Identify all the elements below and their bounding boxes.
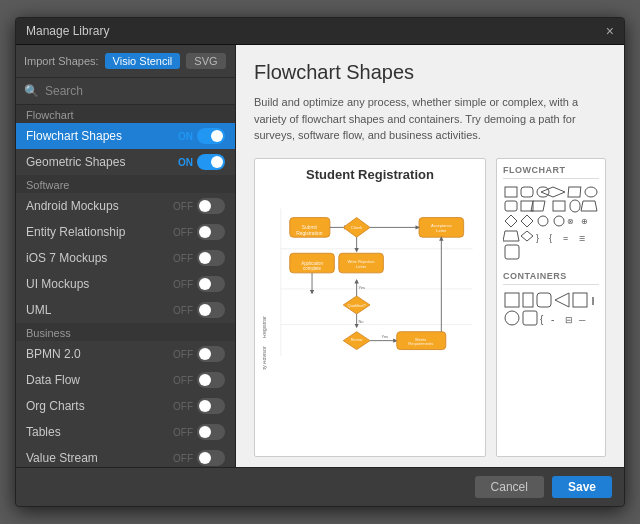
container-shapes-grid: ‖ { - ⊟ ─ xyxy=(503,291,599,331)
cancel-button[interactable]: Cancel xyxy=(475,476,544,498)
import-visio-button[interactable]: Visio Stencil xyxy=(105,53,181,69)
svg-text:Requirements: Requirements xyxy=(408,341,433,346)
svg-text:‖: ‖ xyxy=(591,296,595,305)
dialog-title: Manage Library xyxy=(26,24,109,38)
section-flowchart-header: Flowchart xyxy=(16,105,235,123)
svg-rect-71 xyxy=(505,311,519,325)
svg-rect-49 xyxy=(553,201,565,211)
svg-marker-43 xyxy=(541,187,565,197)
dialog-footer: Cancel Save xyxy=(16,467,624,506)
toggle-org-charts[interactable] xyxy=(197,398,225,414)
flowchart-shapes-grid: ⊗ ⊕ } { = ☰ xyxy=(503,185,599,265)
svg-text:No: No xyxy=(358,318,364,323)
svg-text:{: { xyxy=(549,233,552,243)
list-item-value-stream[interactable]: Value Stream OFF xyxy=(16,445,235,467)
toggle-uml[interactable] xyxy=(197,302,225,318)
right-panel-description: Build and optimize any process, whether … xyxy=(254,94,606,144)
svg-text:Yes: Yes xyxy=(358,284,365,289)
svg-rect-69 xyxy=(573,293,587,307)
title-bar: Manage Library × xyxy=(16,18,624,45)
svg-rect-67 xyxy=(537,293,551,307)
chart-preview: Student Registration Student Administrat… xyxy=(254,158,486,458)
toggle-data-flow[interactable] xyxy=(197,372,225,388)
shapes-section-containers-title: CONTAINERS xyxy=(503,271,599,285)
svg-text:complete: complete xyxy=(303,266,322,271)
dialog-body: Import Shapes: Visio Stencil SVG 🔍 Flowc… xyxy=(16,45,624,467)
svg-text:Yes: Yes xyxy=(382,333,389,338)
svg-text:Submit: Submit xyxy=(302,225,318,230)
search-bar: 🔍 xyxy=(16,78,235,105)
svg-text:Letter: Letter xyxy=(436,227,447,232)
toggle-tables[interactable] xyxy=(197,424,225,440)
section-business-header: Business xyxy=(16,323,235,341)
svg-text:─: ─ xyxy=(578,315,586,325)
item-label-uml: UML xyxy=(26,303,51,317)
svg-text:{: { xyxy=(540,314,544,325)
svg-rect-50 xyxy=(570,200,580,212)
list-item-geometric-shapes[interactable]: Geometric Shapes ON xyxy=(16,149,235,175)
toggle-android-mockups[interactable] xyxy=(197,198,225,214)
svg-rect-65 xyxy=(505,293,519,307)
svg-marker-53 xyxy=(521,215,533,227)
save-button[interactable]: Save xyxy=(552,476,612,498)
item-label-data-flow: Data Flow xyxy=(26,373,80,387)
svg-point-55 xyxy=(554,216,564,226)
toggle-ios7-mockups[interactable] xyxy=(197,250,225,266)
svg-marker-58 xyxy=(503,231,519,241)
item-label-ios7-mockups: iOS 7 Mockups xyxy=(26,251,107,265)
left-panel: Import Shapes: Visio Stencil SVG 🔍 Flowc… xyxy=(16,45,236,467)
svg-rect-40 xyxy=(505,187,517,197)
svg-rect-44 xyxy=(568,187,581,197)
toggle-geometric-shapes[interactable] xyxy=(197,154,225,170)
item-label-entity-relationship: Entity Relationship xyxy=(26,225,125,239)
toggle-value-stream[interactable] xyxy=(197,450,225,466)
close-button[interactable]: × xyxy=(606,24,614,38)
search-input[interactable] xyxy=(45,84,227,98)
svg-rect-72 xyxy=(523,311,537,325)
svg-rect-66 xyxy=(523,293,533,307)
svg-point-45 xyxy=(585,187,597,197)
list-item-ios7-mockups[interactable]: iOS 7 Mockups OFF xyxy=(16,245,235,271)
toggle-flowchart-shapes[interactable] xyxy=(197,128,225,144)
import-svg-button[interactable]: SVG xyxy=(186,53,225,69)
item-label-tables: Tables xyxy=(26,425,61,439)
svg-text:Registrar: Registrar xyxy=(263,316,267,338)
list-item-flowchart-shapes[interactable]: Flowchart Shapes ON xyxy=(16,123,235,149)
svg-text:⊕: ⊕ xyxy=(581,217,588,226)
list-item-org-charts[interactable]: Org Charts OFF xyxy=(16,393,235,419)
svg-text:-: - xyxy=(551,314,554,325)
list-item-bpmn2[interactable]: BPMN 2.0 OFF xyxy=(16,341,235,367)
toggle-ui-mockups[interactable] xyxy=(197,276,225,292)
svg-text:Acceptance: Acceptance xyxy=(431,222,453,227)
toggle-entity-relationship[interactable] xyxy=(197,224,225,240)
list-item-uml[interactable]: UML OFF xyxy=(16,297,235,323)
svg-text:Registration: Registration xyxy=(296,231,322,236)
list-item-tables[interactable]: Tables OFF xyxy=(16,419,235,445)
svg-rect-41 xyxy=(521,187,533,197)
item-label-ui-mockups: UI Mockups xyxy=(26,277,89,291)
svg-marker-52 xyxy=(505,215,517,227)
svg-text:Letter: Letter xyxy=(356,264,367,269)
chart-title: Student Registration xyxy=(263,167,477,182)
list-item-entity-relationship[interactable]: Entity Relationship OFF xyxy=(16,219,235,245)
svg-rect-42 xyxy=(537,187,549,197)
shapes-panel: FLOWCHART xyxy=(496,158,606,458)
toggle-bpmn2[interactable] xyxy=(197,346,225,362)
svg-text:☰: ☰ xyxy=(579,235,585,242)
list-item-ui-mockups[interactable]: UI Mockups OFF xyxy=(16,271,235,297)
list-item-android-mockups[interactable]: Android Mockups OFF xyxy=(16,193,235,219)
preview-area: Student Registration Student Administrat… xyxy=(254,158,606,458)
item-label-value-stream: Value Stream xyxy=(26,451,98,465)
list-item-data-flow[interactable]: Data Flow OFF xyxy=(16,367,235,393)
svg-text:=: = xyxy=(563,233,568,243)
search-icon: 🔍 xyxy=(24,84,39,98)
item-label-android-mockups: Android Mockups xyxy=(26,199,119,213)
svg-text:Review: Review xyxy=(351,337,363,341)
item-label-flowchart-shapes: Flowchart Shapes xyxy=(26,129,122,143)
shapes-section-flowchart-title: FLOWCHART xyxy=(503,165,599,179)
right-panel: Flowchart Shapes Build and optimize any … xyxy=(236,45,624,467)
svg-marker-59 xyxy=(521,231,533,241)
svg-text:⊗: ⊗ xyxy=(567,217,574,226)
svg-text:}: } xyxy=(536,233,539,243)
item-label-geometric-shapes: Geometric Shapes xyxy=(26,155,125,169)
